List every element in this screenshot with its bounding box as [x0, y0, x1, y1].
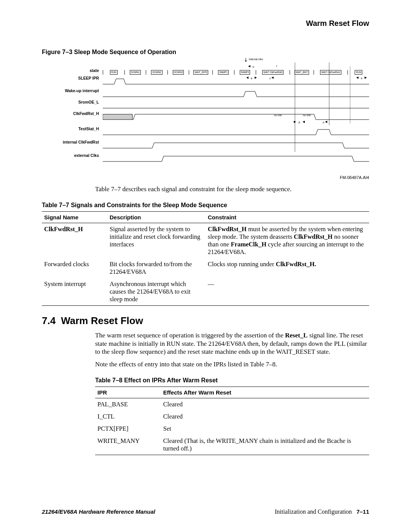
ipr-cell: I_CTL: [95, 411, 161, 423]
constraint-cell: Clocks stop running under ClkFwdRst_H.: [206, 258, 369, 278]
description-cell: Signal asserted by the system to initial…: [107, 223, 206, 259]
description-cell: Bit clocks forwarded to/from the 21264/E…: [107, 258, 206, 278]
effect-cell: Cleared: [161, 411, 369, 423]
table-row: System interruptAsynchronous interrupt w…: [42, 278, 369, 306]
signal-label-state: state: [57, 68, 99, 73]
signal-label-clkfwdrst: ClkFwdRst_H: [57, 111, 99, 116]
table-row: I_CTLCleared: [95, 411, 369, 423]
footer-manual: 21264/EV68A Hardware Reference Manual: [42, 508, 155, 515]
constraint-cell: —: [206, 278, 369, 306]
signal-name-cell: System interrupt: [42, 278, 107, 306]
table7-header: Signal Name: [42, 212, 107, 223]
section-number: 7.4: [42, 315, 56, 327]
signal-label-sleepipr: SLEEP IPR: [57, 76, 99, 80]
signal-label-teststat: TestStat_H: [57, 126, 99, 131]
signal-label-intclkfwd: internal ClkFwdRst: [57, 140, 99, 144]
section-title: Warm Reset Flow: [61, 315, 143, 327]
section-p1: The warm reset sequence of operation is …: [95, 331, 369, 356]
ipr-cell: PAL_BASE: [95, 398, 161, 411]
effect-cell: Cleared: [161, 398, 369, 411]
signal-label-wakeup: Wake-up interrupt: [57, 88, 99, 93]
table-row: PAL_BASECleared: [95, 398, 369, 411]
running-head: Warm Reset Flow: [42, 19, 369, 28]
timing-diagram: internal clks b f state RUNDOWN1DOWN2DOW…: [42, 59, 369, 181]
constraint-cell: ClkFwdRst_H must be asserted by the syst…: [206, 223, 369, 259]
table7-header: Constraint: [206, 212, 369, 223]
table8-title: Table 7–8 Effect on IPRs After Warm Rese…: [95, 377, 369, 384]
signal-label-sromoe: SromOE_L: [57, 100, 99, 104]
figure-id: FM-06487A.AI4: [340, 175, 369, 180]
page-footer: 21264/EV68A Hardware Reference Manual In…: [42, 508, 369, 515]
signal-name-cell: Forwarded clocks: [42, 258, 107, 278]
guide-lines: [103, 62, 369, 163]
section-p2: Note the effects of entry into that stat…: [95, 360, 369, 368]
table-row: WRITE_MANYCleared (That is, the WRITE_MA…: [95, 435, 369, 455]
effect-cell: Set: [161, 423, 369, 435]
intro-text: Table 7–7 describes each signal and cons…: [95, 185, 369, 193]
signal-name-cell: ClkFwdRst_H: [42, 223, 107, 259]
svg-marker-1: [245, 61, 247, 62]
table-row: Forwarded clocksBit clocks forwarded to/…: [42, 258, 369, 278]
table7-title: Table 7–7 Signals and Constraints for th…: [42, 201, 369, 209]
description-cell: Asynchronous interrupt which causes the …: [107, 278, 206, 306]
ipr-cell: PCTX[FPE]: [95, 423, 161, 435]
table8-header: IPR: [95, 387, 161, 398]
table-7-7: Signal Name Description Constraint ClkFw…: [42, 211, 369, 306]
effect-cell: Cleared (That is, the WRITE_MANY chain i…: [161, 435, 369, 455]
document-page: Warm Reset Flow Figure 7–3 Sleep Mode Se…: [0, 0, 411, 532]
table-row: ClkFwdRst_HSignal asserted by the system…: [42, 223, 369, 259]
figure-caption: Figure 7–3 Sleep Mode Sequence of Operat…: [42, 49, 369, 56]
section-heading: 7.4 Warm Reset Flow: [42, 315, 369, 327]
ipr-cell: WRITE_MANY: [95, 435, 161, 455]
table-7-8: IPR Effects After Warm Reset PAL_BASECle…: [95, 387, 369, 455]
footer-chapter: Initialization and Configuration 7–11: [275, 508, 369, 515]
anno-internal-clks: internal clks: [244, 58, 263, 62]
table-row: PCTX[FPE]Set: [95, 423, 369, 435]
table7-header: Description: [107, 212, 206, 223]
signal-label-extclks: external Clks: [57, 153, 99, 158]
table8-header: Effects After Warm Reset: [161, 387, 369, 398]
